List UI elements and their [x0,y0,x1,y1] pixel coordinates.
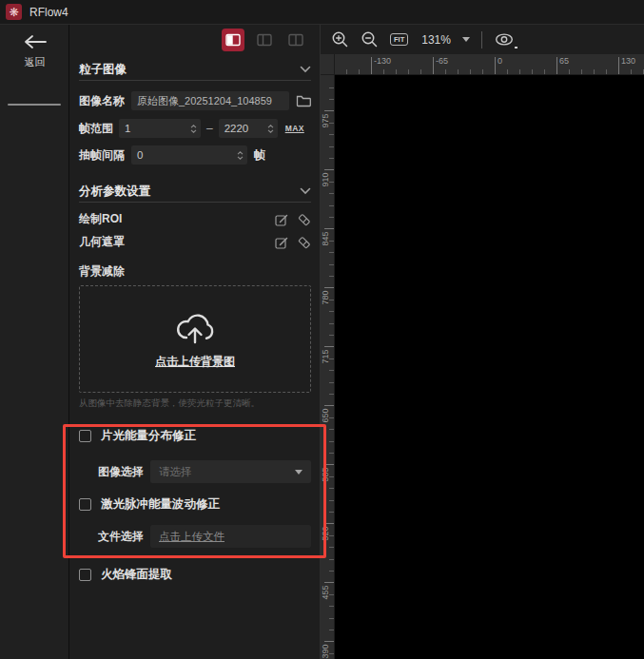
draw-roi-actions [275,213,311,226]
draw-roi-row: 绘制ROI [79,211,311,227]
layout-split-even-icon [286,30,305,49]
h-ruler-label: 65 [559,56,569,66]
stepper-arrows-icon[interactable] [235,151,247,160]
eraser-icon[interactable] [298,236,311,249]
image-name-label: 图像名称 [79,93,125,109]
laser-pulse-label: 激光脉冲能量波动修正 [101,496,220,513]
sheet-light-label: 片光能量分布修正 [101,428,196,444]
h-ruler-label: -65 [436,56,448,66]
canvas-toolbar: FIT 131% [322,25,644,54]
geometry-mask-row: 几何遮罩 [79,234,311,250]
eraser-icon[interactable] [298,213,311,226]
h-ruler: -130-65065130 [335,54,644,75]
chevron-down-icon[interactable] [300,187,311,195]
geometry-mask-label: 几何遮罩 [79,234,125,250]
image-select-label: 图像选择 [98,464,144,480]
app-logo-icon: ❋ [6,4,22,20]
image-name-value: 原始图像_20251204_104859 [137,94,272,108]
file-upload-input[interactable]: 点击上传文件 [150,525,311,548]
stepper-arrows-icon[interactable] [265,125,278,133]
edit-icon[interactable] [275,213,288,226]
laser-pulse-correction-row[interactable]: 激光脉冲能量波动修正 [79,496,311,512]
v-ruler-label: 520 [321,519,330,548]
v-ruler-label: 715 [321,342,330,371]
image-select-row: 图像选择 请选择 [98,460,311,483]
layout-toolbar [79,25,311,54]
v-ruler-label: 650 [321,401,330,430]
image-select-placeholder: 请选择 [159,465,192,479]
ruler-corner [321,54,335,75]
back-button[interactable]: 返回 [0,25,69,69]
flame-front-label: 火焰锋面提取 [101,567,172,583]
image-name-row: 图像名称 原始图像_20251204_104859 [79,91,311,110]
file-select-row: 文件选择 点击上传文件 [98,525,311,548]
analysis-params-title: 分析参数设置 [79,184,150,200]
v-ruler-label: 910 [321,165,330,194]
fit-view-button[interactable]: FIT [390,33,408,47]
title-bar: ❋ RFlow4 [0,0,644,25]
v-ruler-label: 455 [321,578,330,607]
h-ruler-label: 0 [498,56,502,66]
stepper-arrows-icon[interactable] [188,125,201,133]
left-nav: 返回 [0,25,69,659]
app-title: RFlow4 [29,6,68,19]
back-label: 返回 [25,55,46,69]
v-ruler-label: 390 [321,637,330,659]
settings-panel: 粒子图像 图像名称 原始图像_20251204_104859 帧范围 1 [70,25,321,659]
geometry-mask-actions [275,236,311,249]
flame-front-row[interactable]: 火焰锋面提取 [79,567,311,582]
zoom-out-icon [361,30,379,48]
cloud-upload-icon [172,308,218,346]
visibility-toggle-button[interactable] [494,32,515,47]
nav-divider [8,104,61,106]
max-link[interactable]: MAX [285,124,304,133]
edit-icon[interactable] [275,236,288,249]
frame-interval-label: 抽帧间隔 [79,147,125,164]
v-ruler: 975910845780715650585520455390 [321,75,335,659]
layout-split-mid-button[interactable] [253,29,276,51]
zoom-in-button[interactable] [331,30,349,48]
zoom-dropdown-caret-icon[interactable] [462,37,470,42]
range-separator: – [206,122,213,135]
app-window: ❋ RFlow4 返回 [0,0,644,659]
layout-split-left-button[interactable] [222,29,244,51]
frame-unit-label: 帧 [254,147,265,164]
v-ruler-label: 585 [321,460,330,489]
h-ruler-label: 130 [621,56,635,66]
eye-icon [494,32,515,47]
frame-range-label: 帧范围 [79,121,113,137]
background-hint-text: 从图像中去除静态背景，使荧光粒子更清晰。 [79,397,311,410]
file-select-label: 文件选择 [98,529,144,545]
image-canvas[interactable] [335,75,644,659]
v-ruler-label: 780 [321,283,330,312]
chevron-down-icon[interactable] [300,66,311,73]
v-ruler-label: 845 [321,224,330,253]
folder-browse-button[interactable] [296,94,311,107]
analysis-params-section-header[interactable]: 分析参数设置 [79,185,311,203]
particle-image-section-header[interactable]: 粒子图像 [79,64,311,81]
background-subtract-row: 背景减除 [79,264,311,279]
layout-split-even-button[interactable] [284,29,307,51]
frame-end-stepper[interactable]: 2220 [219,119,278,138]
laser-pulse-checkbox[interactable] [79,498,91,511]
frame-end-value: 2220 [219,123,265,134]
file-upload-placeholder: 点击上传文件 [159,530,224,544]
folder-icon [296,94,311,107]
upload-background-link[interactable]: 点击上传背景图 [155,354,235,370]
image-select-dropdown[interactable]: 请选择 [150,460,311,483]
particle-image-title: 粒子图像 [79,62,127,78]
image-name-input[interactable]: 原始图像_20251204_104859 [131,91,289,110]
background-upload-dropzone[interactable]: 点击上传背景图 [79,285,311,393]
frame-interval-stepper[interactable]: 0 [131,145,247,165]
v-ruler-label: 975 [321,107,330,135]
sheet-light-checkbox[interactable] [79,430,91,442]
zoom-level-value: 131% [421,33,451,47]
draw-roi-label: 绘制ROI [79,211,122,227]
sheet-light-correction-row[interactable]: 片光能量分布修正 [79,428,311,443]
layout-split-mid-icon [255,30,274,49]
zoom-out-button[interactable] [361,30,379,48]
eye-badge-dot [515,47,517,49]
flame-front-checkbox[interactable] [79,569,91,581]
frame-start-stepper[interactable]: 1 [119,119,201,138]
frame-range-row: 帧范围 1 – 2220 MAX [79,119,311,138]
